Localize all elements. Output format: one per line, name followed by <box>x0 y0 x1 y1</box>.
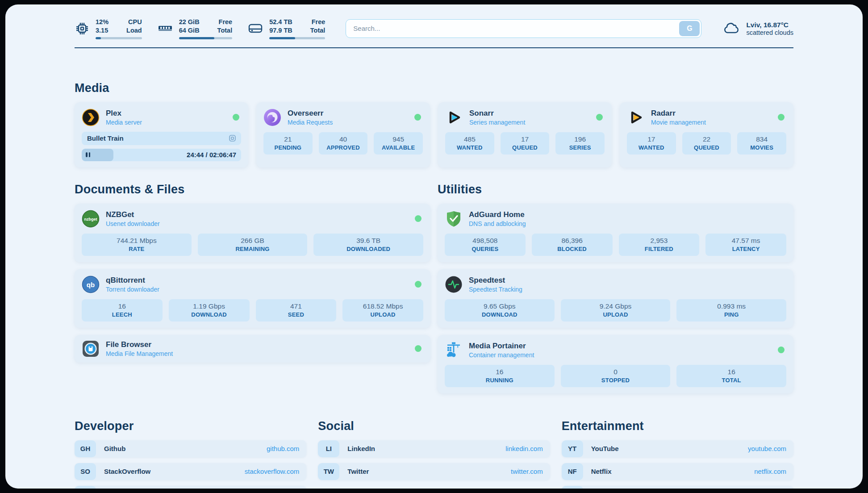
status-dot <box>596 114 603 121</box>
plex-icon <box>82 109 100 126</box>
stat-value: 471 <box>258 302 335 310</box>
filebrowser-icon <box>82 340 100 358</box>
stat-value: 0 <box>563 368 669 376</box>
weather-location-temp: Lviv, 16.87°C <box>746 21 793 29</box>
app-name: Speedtest <box>469 276 522 285</box>
stat-label: QUEUED <box>502 144 548 151</box>
app-card-overseerr[interactable]: Overseerr Media Requests 21 PENDING 40 A… <box>256 102 430 167</box>
status-dot <box>778 114 785 121</box>
pause-icon[interactable] <box>86 152 90 157</box>
app-description: Media File Management <box>106 350 173 357</box>
stat-value: 47.57 ms <box>707 237 785 245</box>
link-row-dev[interactable]: DT DEV dev.to <box>75 486 306 489</box>
link-url[interactable]: stackoverflow.com <box>245 468 300 475</box>
link-row-netflix[interactable]: NF Netflix netflix.com <box>562 463 793 480</box>
link-url[interactable]: github.com <box>267 445 299 452</box>
link-name: Github <box>104 445 267 452</box>
stat-tile: 0.993 ms PING <box>676 299 786 322</box>
stat-value: 834 <box>739 135 785 143</box>
app-description: Series management <box>469 119 525 126</box>
weather-condition: scattered clouds <box>746 29 793 36</box>
stat-value: 17 <box>502 135 548 143</box>
app-description: Container management <box>469 351 534 359</box>
link-row-youtube[interactable]: YT YouTube youtube.com <box>562 440 793 457</box>
portainer-icon <box>445 341 463 359</box>
link-row-twitter[interactable]: TW Twitter twitter.com <box>318 463 550 480</box>
link-row-reddit[interactable]: RE Reddit reddit.com <box>562 486 793 489</box>
stat-value: 0.993 ms <box>678 302 785 310</box>
link-url[interactable]: youtube.com <box>748 445 786 452</box>
stat-label: LEECH <box>83 311 161 318</box>
status-dot <box>414 114 421 121</box>
stat-tile: 17 WANTED <box>627 132 676 155</box>
status-dot <box>778 347 785 353</box>
sonarr-icon <box>445 109 463 126</box>
stat-tile: 498,508 QUERIES <box>445 234 526 256</box>
stat-label: QUERIES <box>447 246 524 252</box>
stat-value: 16 <box>678 368 785 376</box>
stat-tile: 16 RUNNING <box>445 365 555 387</box>
link-row-stackoverflow[interactable]: SO StackOverflow stackoverflow.com <box>75 463 306 480</box>
stat-tile: 266 GB REMAINING <box>198 234 308 256</box>
stat-tile: 744.21 Mbps RATE <box>82 234 192 256</box>
stat-value: 945 <box>376 135 421 143</box>
search-bar: G <box>346 19 701 38</box>
app-card-portainer[interactable]: Media Portainer Container management 16 … <box>438 335 793 393</box>
stat-tile: 21 PENDING <box>263 132 313 155</box>
app-card-radarr[interactable]: Radarr Movie management 17 WANTED 22 QUE… <box>620 102 793 167</box>
app-card-filebrowser[interactable]: File Browser Media File Management <box>75 335 430 363</box>
stat-label: DOWNLOAD <box>447 311 553 318</box>
video-session-icon <box>228 134 237 142</box>
app-description: Movie management <box>651 119 706 126</box>
section-title-developer: Developer <box>75 419 306 433</box>
app-name: Media Portainer <box>469 342 534 351</box>
stat-value: 16 <box>447 368 553 376</box>
link-row-github[interactable]: GH Github github.com <box>75 440 306 457</box>
stat-label: BLOCKED <box>534 246 611 252</box>
disk-total-label: Total <box>310 26 326 35</box>
stat-label: APPROVED <box>321 144 366 151</box>
link-url[interactable]: netflix.com <box>754 468 786 475</box>
link-abbr: GH <box>75 440 96 457</box>
stat-label: RUNNING <box>447 377 553 384</box>
stat-value: 9.65 Gbps <box>447 302 553 310</box>
app-card-speedtest[interactable]: Speedtest Speedtest Tracking 9.65 Gbps D… <box>438 269 793 328</box>
svg-text:nzbget: nzbget <box>84 217 97 221</box>
link-name: LinkedIn <box>347 445 505 452</box>
stat-value: 266 GB <box>200 237 306 245</box>
section-title-media: Media <box>75 81 793 95</box>
stat-tile: 16 LEECH <box>82 299 163 322</box>
link-name: YouTube <box>591 445 748 452</box>
cpu-load-label: Load <box>126 26 142 35</box>
link-url[interactable]: linkedin.com <box>505 445 542 452</box>
stat-value: 1.19 Gbps <box>171 302 248 310</box>
qbittorrent-icon: qb <box>82 276 100 293</box>
stat-tile: 9.65 Gbps DOWNLOAD <box>445 299 555 322</box>
header-divider <box>75 47 793 48</box>
weather-widget: Lviv, 16.87°C scattered clouds <box>722 21 793 36</box>
app-description: DNS and adblocking <box>469 220 526 227</box>
app-description: Media server <box>106 119 142 126</box>
link-abbr: NF <box>562 463 583 480</box>
search-engine-button[interactable]: G <box>679 21 700 36</box>
link-row-linkedin[interactable]: LI LinkedIn linkedin.com <box>318 440 550 457</box>
dashboard: 12% 3.15 CPU Load <box>5 4 863 489</box>
stat-tile: 17 QUEUED <box>501 132 550 155</box>
app-description: Media Requests <box>288 119 333 126</box>
stat-tile: 471 SEED <box>256 299 337 322</box>
cpu-stat: 12% 3.15 CPU Load <box>75 18 142 39</box>
app-card-qbittorrent[interactable]: qb qBittorrent Torrent downloader 16 LEE… <box>75 269 430 328</box>
stat-tile: 2,953 FILTERED <box>619 234 700 256</box>
app-card-nzbget[interactable]: nzbget NZBGet Usenet downloader 744.21 M… <box>75 204 430 262</box>
app-name: Sonarr <box>469 109 525 118</box>
disk-icon <box>247 21 263 36</box>
search-input[interactable] <box>346 19 701 38</box>
app-card-plex[interactable]: Plex Media server Bullet Train <box>75 102 248 167</box>
link-url[interactable]: twitter.com <box>511 468 543 475</box>
app-card-adguard[interactable]: AdGuard Home DNS and adblocking 498,508 … <box>438 204 793 262</box>
link-abbr: RE <box>562 486 583 489</box>
app-description: Torrent downloader <box>106 286 159 293</box>
app-name: Plex <box>106 109 142 118</box>
stat-value: 196 <box>557 135 603 143</box>
app-card-sonarr[interactable]: Sonarr Series management 485 WANTED 17 Q… <box>438 102 612 167</box>
